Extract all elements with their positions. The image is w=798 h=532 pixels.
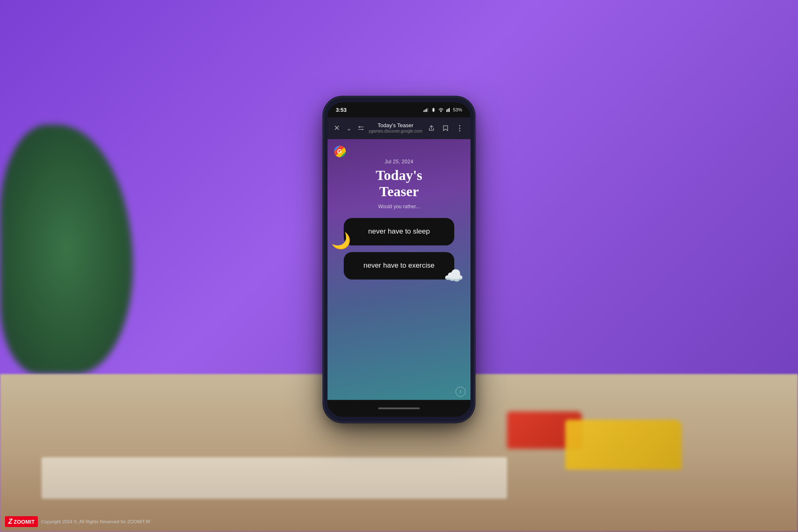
google-logo: G [334, 145, 346, 157]
svg-point-17 [459, 130, 461, 131]
svg-point-4 [441, 111, 441, 112]
browser-bookmark-button[interactable] [440, 122, 451, 134]
browser-url-text: ygames.discover.google.com [369, 129, 422, 134]
svg-rect-0 [424, 110, 424, 112]
content-subtitle: Would you rather... [378, 204, 420, 210]
info-icon: i [460, 389, 461, 394]
browser-action-buttons [426, 122, 466, 134]
nav-pill [378, 407, 420, 409]
navigation-bar [328, 400, 470, 416]
yellow-toy-car [565, 420, 682, 470]
camera-notch [395, 102, 403, 111]
svg-text:G: G [337, 148, 342, 155]
svg-point-12 [362, 129, 363, 130]
phone: 3:53 [324, 97, 474, 421]
battery-percentage: 53% [453, 107, 462, 112]
svg-point-15 [459, 125, 461, 126]
copyright-text: Copyright 2024 ©, All Rights Reserved fo… [41, 519, 150, 524]
browser-tune-button[interactable] [357, 122, 365, 134]
svg-rect-3 [427, 108, 428, 112]
content-date: Jul 25, 2024 [385, 159, 414, 165]
info-button[interactable]: i [456, 387, 466, 397]
svg-rect-1 [425, 109, 426, 112]
signal-icon [423, 108, 429, 112]
exercise-sticker-icon: ☁️ [444, 268, 463, 284]
browser-url-area[interactable]: Today's Teaser ygames.discover.google.co… [369, 123, 422, 134]
content-title: Today'sTeaser [376, 167, 422, 200]
svg-rect-7 [449, 108, 450, 112]
papers-decoration [42, 457, 507, 499]
zoomit-z-icon: Z [8, 518, 12, 525]
choice-sleep-card[interactable]: never have to sleep 🌙 [344, 218, 454, 246]
browser-share-button[interactable] [426, 122, 437, 134]
browser-chevron-button[interactable]: ⌄ [345, 122, 353, 134]
svg-point-16 [459, 128, 461, 129]
status-time: 3:53 [336, 107, 347, 113]
svg-rect-5 [446, 109, 447, 112]
choice-sleep-text: never have to sleep [368, 228, 430, 236]
wifi-icon [438, 108, 444, 112]
sleep-sticker-icon: 🌙 [331, 233, 351, 249]
choice-exercise-text: never have to exercise [363, 262, 434, 270]
zoomit-brand-name: ZOOMIT [14, 519, 35, 525]
watermark: Z ZOOMIT Copyright 2024 ©, All Rights Re… [5, 516, 150, 527]
svg-rect-2 [426, 108, 427, 112]
network-icon [446, 108, 451, 112]
choice-exercise-card[interactable]: never have to exercise ☁️ [344, 252, 454, 280]
choice-container: never have to sleep 🌙 never have to exer… [334, 218, 464, 280]
web-content-area: G Jul 25, 2024 Today'sTeaser Would you r… [328, 139, 470, 400]
phone-screen: 3:53 [328, 102, 470, 416]
status-icons: 53% [423, 107, 462, 112]
browser-page-title: Today's Teaser [377, 123, 413, 129]
browser-close-button[interactable]: ✕ [332, 122, 341, 134]
phone-body: 3:53 [324, 97, 474, 421]
bluetooth-icon [431, 108, 436, 112]
zoomit-logo: Z ZOOMIT [5, 516, 38, 527]
svg-rect-6 [448, 108, 448, 112]
browser-more-button[interactable] [454, 122, 466, 134]
browser-toolbar: ✕ ⌄ Today's Teaser ygames.discov [328, 117, 470, 139]
status-bar: 3:53 [328, 102, 470, 117]
